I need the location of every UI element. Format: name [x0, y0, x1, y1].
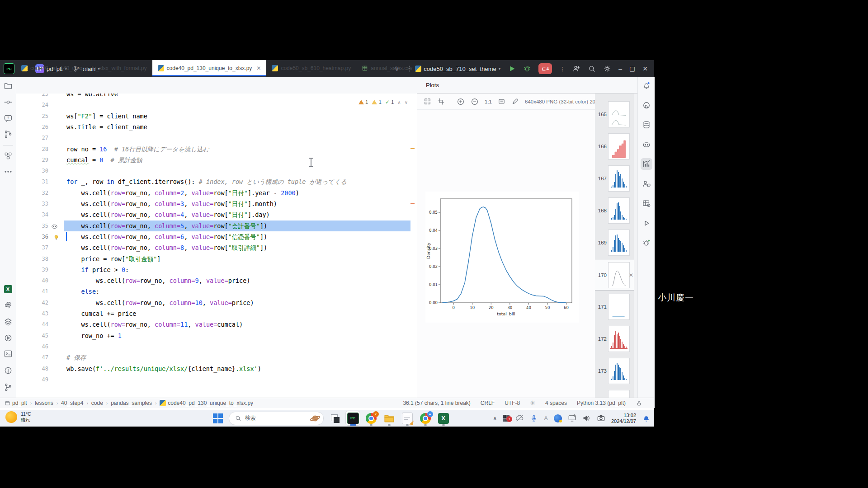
debug-tool-icon[interactable]	[641, 237, 652, 249]
search-everywhere-icon[interactable]	[588, 65, 596, 73]
code-line-25[interactable]: 25ws["F2"] = client_name	[16, 111, 417, 122]
pull-requests-tool-icon[interactable]	[2, 128, 14, 140]
run-tool-icon[interactable]	[641, 217, 652, 229]
crop-frame-icon[interactable]	[437, 98, 445, 105]
plot-thumbnail-170[interactable]: 170✕	[595, 260, 634, 291]
explorer-taskbar-button[interactable]	[382, 411, 396, 425]
window-close-button[interactable]: ✕	[642, 65, 648, 72]
chrome-drive-taskbar-button[interactable]: ▲	[418, 411, 432, 425]
code-line-29[interactable]: 29cumcal = 0 # 累計金額	[16, 155, 417, 165]
tab-options-kebab-icon[interactable]: ⋮	[406, 64, 413, 73]
line-separator-status[interactable]: CRLF	[481, 400, 495, 406]
code-with-me-icon[interactable]	[572, 65, 580, 73]
commit-tool-icon[interactable]	[2, 96, 14, 108]
window-minimize-button[interactable]: –	[618, 65, 622, 72]
code-line-48[interactable]: 48wb.save(f'../results/unique/xlsx/{clie…	[16, 363, 417, 374]
notifications-icon[interactable]	[641, 80, 652, 91]
ai-chat-tool-icon[interactable]: ?	[2, 113, 14, 124]
excel-taskbar-button[interactable]: X	[436, 411, 450, 425]
code-line-34[interactable]: 34 ws.cell(row=row_no, column=4, value=r…	[16, 209, 417, 220]
ime-mode-indicator[interactable]: A	[544, 415, 548, 422]
code-line-47[interactable]: 47# 保存	[16, 352, 417, 363]
notepad-taskbar-button[interactable]	[400, 411, 414, 425]
unlock-icon[interactable]	[636, 400, 642, 407]
chrome-taskbar-button[interactable]: k	[364, 411, 378, 425]
recorder-badge-button[interactable]: ⊏4	[538, 63, 552, 74]
thumbnail-close-icon[interactable]: ✕	[629, 272, 633, 278]
code-line-31[interactable]: 31for _, row in df_client.iterrows(): # …	[16, 176, 417, 187]
structure-tool-icon[interactable]	[2, 150, 14, 162]
clock-widget[interactable]: 13:02 2024/12/07	[611, 413, 636, 424]
run-configuration-selector[interactable]: code50_sb_710_set_theme ▾	[415, 66, 500, 72]
window-maximize-button[interactable]: ▢	[629, 65, 635, 72]
code-line-37[interactable]: 37 ws.cell(row=row_no, column=8, value=r…	[16, 242, 417, 253]
code-line-35[interactable]: 35 ws.cell(row=row_no, column=5, value=r…	[16, 221, 417, 231]
code-line-33[interactable]: 33 ws.cell(row=row_no, column=3, value=r…	[16, 198, 417, 209]
app-sphere-icon[interactable]	[554, 414, 562, 422]
problems-tool-icon[interactable]	[2, 365, 14, 376]
thumbnail-image[interactable]	[608, 326, 630, 352]
code-line-30[interactable]: 30	[16, 165, 417, 176]
code-line-24[interactable]: 24	[16, 99, 417, 110]
thumbnail-image[interactable]	[608, 390, 630, 398]
thumbnail-image[interactable]	[608, 101, 630, 127]
display-cast-icon[interactable]	[568, 414, 576, 422]
sciview-plots-icon[interactable]	[641, 158, 652, 170]
code-line-38[interactable]: 38 price = row["取引金額"]	[16, 253, 417, 264]
services-tool-icon[interactable]	[2, 316, 14, 328]
onedrive-paused-icon[interactable]	[515, 414, 524, 422]
tab-code40_pd_140_unique_to_xlsx_with_format.py[interactable]: code40_pd_140_unique_to_xlsx_with_format…	[16, 60, 152, 76]
hidden-tabs-chevron-icon[interactable]: ∨	[394, 64, 400, 73]
plot-thumbnail-165[interactable]: 165	[595, 99, 634, 129]
code-line-26[interactable]: 26ws.title = client_name	[16, 122, 417, 132]
encoding-status[interactable]: UTF-8	[505, 400, 520, 406]
settings-gear-icon[interactable]	[603, 65, 611, 73]
breadcrumb-item[interactable]: code40_pd_130_unique_to_xlsx.py	[160, 400, 253, 406]
breadcrumb-item[interactable]: 40_step4	[61, 400, 83, 406]
code-line-46[interactable]: 46	[16, 341, 417, 352]
thumbnail-image[interactable]	[608, 165, 630, 192]
more-tools-icon[interactable]	[2, 166, 14, 178]
code-line-45[interactable]: 45 row_no += 1	[16, 330, 417, 341]
terminal-tool-icon[interactable]	[2, 348, 14, 360]
pycharm-taskbar-button[interactable]: PC	[346, 411, 360, 425]
breadcrumb-item[interactable]: pd_plt	[5, 400, 27, 406]
code-editor[interactable]: 1 1 ✓1 ∧ ∨ 23ws = wb.active2425ws["F2"] …	[16, 94, 417, 398]
python-packages-tool-icon[interactable]	[2, 300, 14, 311]
zoom-out-icon[interactable]	[471, 98, 479, 106]
data-tables-icon[interactable]	[641, 197, 652, 209]
tray-chevron-up-icon[interactable]: ∧	[493, 415, 497, 421]
thumbnail-image[interactable]	[608, 294, 630, 320]
zoom-ratio-button[interactable]: 1:1	[485, 99, 492, 104]
thumbnail-image[interactable]	[608, 262, 630, 288]
plot-thumbnail-172[interactable]: 172	[595, 324, 634, 354]
start-button[interactable]	[211, 411, 225, 425]
plot-thumbnail-173[interactable]: 173	[595, 356, 634, 386]
plot-thumbnail-166[interactable]: 166	[595, 131, 634, 161]
fit-to-window-icon[interactable]	[498, 98, 505, 105]
code-line-23[interactable]: 23ws = wb.active	[16, 94, 417, 99]
database-icon[interactable]	[641, 119, 652, 131]
code-line-44[interactable]: 44 ws.cell(row=row_no, column=11, value=…	[16, 319, 417, 330]
speaker-icon[interactable]	[582, 414, 591, 422]
zoom-in-icon[interactable]	[457, 98, 465, 106]
ai-assistant-icon[interactable]	[641, 99, 652, 111]
indent-status[interactable]: 4 spaces	[545, 400, 567, 406]
copilot-icon[interactable]	[641, 139, 652, 150]
tab-code40_pd_130_unique_to_xlsx.py[interactable]: code40_pd_130_unique_to_xlsx.py✕	[152, 60, 267, 76]
plot-thumbnail-168[interactable]: 168	[595, 196, 634, 225]
code-line-42[interactable]: 42 ws.cell(row=row_no, column=10, value=…	[16, 297, 417, 308]
python-console-tool-icon[interactable]	[2, 332, 14, 344]
code-line-40[interactable]: 40 ws.cell(row=row_no, column=9, value=p…	[16, 275, 417, 286]
more-actions-kebab-icon[interactable]: ⋮	[559, 66, 565, 72]
code-line-43[interactable]: 43 cumcal += price	[16, 308, 417, 319]
thumbnail-image[interactable]	[608, 197, 630, 224]
thumbnail-image[interactable]	[608, 358, 630, 384]
breadcrumb-item[interactable]: pandas_samples	[111, 400, 152, 406]
code-line-36[interactable]: 36 ws.cell(row=row_no, column=6, value=r…	[16, 231, 417, 242]
code-line-49[interactable]: 49	[16, 374, 417, 385]
code-line-32[interactable]: 32 ws.cell(row=row_no, column=2, value=r…	[16, 188, 417, 198]
excel-tool-icon[interactable]: X	[2, 283, 14, 295]
breadcrumb-item[interactable]: lessons	[35, 400, 53, 406]
code-line-28[interactable]: 28row_no = 16 # 16行目以降にデータを流し込む	[16, 144, 417, 155]
